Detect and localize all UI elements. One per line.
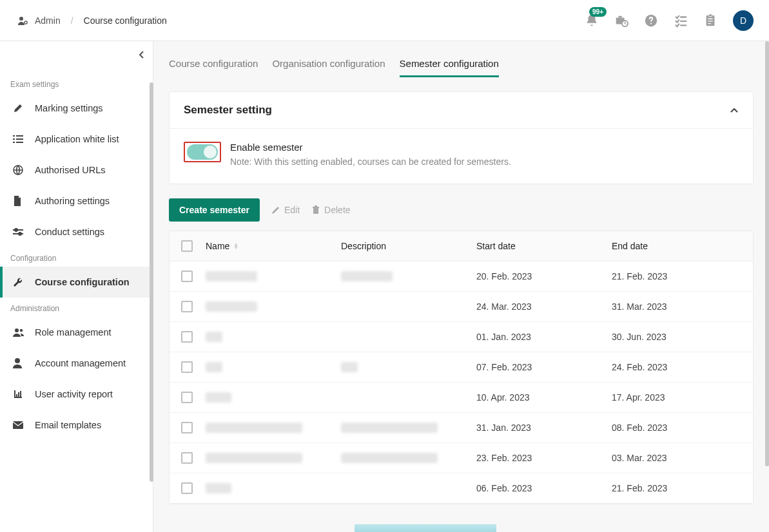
table-row[interactable]: 10. Apr. 202317. Apr. 2023 [170,383,753,413]
bell-icon[interactable]: 99+ [585,14,599,28]
blurred-description [341,362,358,372]
card-header[interactable]: Semester setting [170,92,753,129]
select-all-checkbox[interactable] [181,240,193,252]
edit-button[interactable]: Edit [271,205,300,215]
col-description[interactable]: Description [341,241,476,251]
sliders-icon [13,227,24,237]
action-bar: Create semester Edit Delete [169,198,754,222]
sidebar-section-configuration: Configuration [0,247,153,267]
tab-organisation-configuration[interactable]: Organisation configuration [272,58,385,77]
semester-table: Name ▲▼ Description Start date End date … [169,231,754,504]
tasks-icon[interactable] [674,14,688,28]
sidebar-item-user-activity-report[interactable]: User activity report [0,379,153,410]
blurred-name [206,483,231,493]
svg-rect-26 [313,207,319,208]
svg-rect-10 [16,135,23,137]
svg-rect-27 [315,205,317,207]
delete-button[interactable]: Delete [311,205,350,215]
breadcrumb-root[interactable]: Admin [35,15,61,26]
main-content: Course configuration Organisation config… [153,41,769,532]
svg-rect-24 [13,421,23,429]
clipboard-icon[interactable] [703,14,717,28]
table-row[interactable]: 06. Feb. 202321. Feb. 2023 [170,473,753,504]
sidebar-item-authoring-settings[interactable]: Authoring settings [0,185,153,216]
sidebar-section-exam: Exam settings [0,73,153,93]
end-date: 03. Mar. 2023 [612,453,753,463]
sidebar-item-course-configuration[interactable]: Course configuration [0,267,153,298]
svg-rect-9 [13,135,15,137]
table-row[interactable]: 24. Mar. 202331. Mar. 2023 [170,292,753,322]
sidebar: Exam settings Marking settings Applicati… [0,41,153,532]
sidebar-item-marking-settings[interactable]: Marking settings [0,93,153,124]
highlight-box [184,142,221,162]
svg-rect-8 [708,14,712,16]
blurred-description [341,271,393,281]
row-checkbox[interactable] [181,301,193,312]
sidebar-item-account-management[interactable]: Account management [0,348,153,379]
table-row[interactable]: 23. Feb. 202303. Mar. 2023 [170,443,753,473]
table-row[interactable]: 07. Feb. 202324. Feb. 2023 [170,352,753,383]
svg-point-17 [19,233,21,235]
end-date: 21. Feb. 2023 [612,271,753,281]
row-checkbox[interactable] [181,422,193,433]
blurred-description [341,453,438,463]
end-date: 21. Feb. 2023 [612,483,753,493]
start-date: 07. Feb. 2023 [476,362,612,372]
breadcrumb-separator: / [71,15,73,26]
end-date: 30. Jun. 2023 [612,332,753,342]
row-checkbox[interactable] [181,271,193,282]
blurred-name [206,271,257,281]
sidebar-item-conduct-settings[interactable]: Conduct settings [0,216,153,247]
col-name[interactable]: Name ▲▼ [206,241,341,251]
svg-rect-21 [16,394,17,397]
start-date: 10. Apr. 2023 [476,392,612,403]
svg-rect-7 [706,15,715,26]
tab-course-configuration[interactable]: Course configuration [169,58,258,77]
page-scrollbar[interactable] [765,41,769,466]
sidebar-collapse-button[interactable] [139,50,145,59]
end-date: 17. Apr. 2023 [612,392,753,403]
sidebar-item-authorised-urls[interactable]: Authorised URLs [0,155,153,185]
col-start-date[interactable]: Start date [476,241,612,251]
svg-rect-13 [13,142,15,143]
breadcrumb: Admin / Course configuration [18,15,167,26]
svg-rect-23 [20,391,21,397]
blurred-name [206,332,222,342]
blurred-name [206,362,222,372]
blurred-name [206,301,257,312]
wrench-icon [13,277,24,287]
toggle-note: Note: With this setting enabled, courses… [230,157,511,167]
table-row[interactable]: 31. Jan. 202308. Feb. 2023 [170,413,753,443]
sidebar-item-email-templates[interactable]: Email templates [0,410,153,441]
row-checkbox[interactable] [181,392,193,403]
row-checkbox[interactable] [181,361,193,373]
table-row[interactable]: 20. Feb. 202321. Feb. 2023 [170,261,753,292]
create-semester-button[interactable]: Create semester [169,198,260,222]
row-checkbox[interactable] [181,331,193,343]
table-row[interactable]: 01. Jan. 202330. Jun. 2023 [170,322,753,352]
help-icon[interactable] [644,14,658,28]
list-icon [13,134,24,144]
tab-semester-configuration[interactable]: Semester configuration [400,58,499,77]
avatar[interactable]: D [733,10,754,31]
sidebar-item-application-whitelist[interactable]: Application white list [0,124,153,155]
breadcrumb-current: Course configuration [84,15,167,26]
notification-badge: 99+ [589,7,607,17]
briefcase-clock-icon[interactable] [614,14,628,28]
row-checkbox[interactable] [181,482,193,494]
col-end-date[interactable]: End date [612,241,753,251]
toggle-label: Enable semester [230,142,511,153]
user-cog-icon [18,16,28,25]
partial-element [355,524,496,532]
blurred-name [206,423,302,433]
start-date: 01. Jan. 2023 [476,332,612,342]
user-icon [13,358,24,368]
enable-semester-toggle[interactable] [187,144,218,160]
pen-icon [13,103,24,113]
svg-rect-3 [618,15,622,17]
row-checkbox[interactable] [181,452,193,464]
start-date: 06. Feb. 2023 [476,483,612,493]
sidebar-item-role-management[interactable]: Role management [0,317,153,348]
svg-rect-14 [16,142,23,143]
chevron-up-icon [730,107,739,113]
